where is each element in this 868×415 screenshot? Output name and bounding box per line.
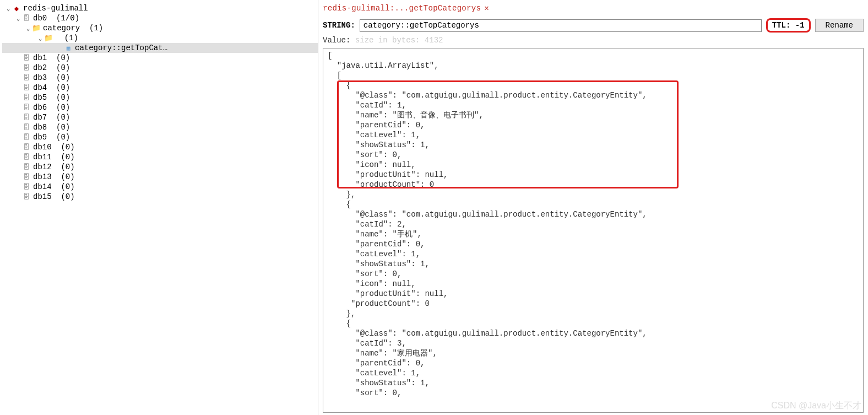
tree-label: db9 xyxy=(33,133,47,142)
tree-count: (0) xyxy=(56,83,70,92)
redis-icon: ◆ xyxy=(12,4,21,13)
database-icon: 🗄 xyxy=(22,173,31,181)
database-icon: 🗄 xyxy=(22,163,31,171)
tree-node-db[interactable]: 🗄db3 (0) xyxy=(2,73,318,83)
tree-label: db12 xyxy=(33,163,52,171)
database-icon: 🗄 xyxy=(22,103,31,112)
database-icon: 🗄 xyxy=(22,14,31,23)
detail-panel: redis-gulimall:...getTopCategorys ✕ STRI… xyxy=(318,0,868,415)
tree-label: db5 xyxy=(33,93,47,102)
database-icon: 🗄 xyxy=(22,73,31,82)
tree-node-db[interactable]: 🗄db6 (0) xyxy=(2,103,318,112)
tree-node-db[interactable]: 🗄db4 (0) xyxy=(2,83,318,93)
tree-count: (1/0) xyxy=(56,14,79,23)
tree-count: (0) xyxy=(56,93,70,102)
database-icon: 🗄 xyxy=(22,83,31,92)
folder-icon: 📁 xyxy=(32,24,41,33)
key-meta-row: STRING: TTL: -1 Rename xyxy=(318,15,868,34)
database-icon: 🗄 xyxy=(22,113,31,122)
tree-node-db[interactable]: 🗄db13 (0) xyxy=(2,172,318,182)
tree-label: category xyxy=(43,24,80,33)
tree-count: (0) xyxy=(56,133,70,142)
tree-node-connection[interactable]: ⌄ ◆ redis-gulimall xyxy=(2,3,318,13)
tree-node-db[interactable]: 🗄db1 (0) xyxy=(2,53,318,63)
tree-node-db[interactable]: 🗄db8 (0) xyxy=(2,122,318,132)
tree-label: db0 xyxy=(33,14,47,23)
tree-count: (0) xyxy=(56,63,70,72)
watermark: CSDN @Java小生不才 xyxy=(771,400,861,412)
key-name-input[interactable] xyxy=(360,19,762,32)
tree-label: db13 xyxy=(33,173,52,181)
key-icon: ▦ xyxy=(64,44,73,52)
database-icon: 🗄 xyxy=(22,192,31,201)
value-viewer[interactable]: [ "java.util.ArrayList", [ { "@class": "… xyxy=(323,48,864,413)
tree-node-db[interactable]: 🗄db9 (0) xyxy=(2,132,318,142)
tree-count: (0) xyxy=(56,113,70,122)
tree-label: db3 xyxy=(33,73,47,82)
database-icon: 🗄 xyxy=(22,123,31,132)
tree-count: (0) xyxy=(61,182,74,191)
tree-node-subfolder[interactable]: ⌄ 📁 (1) xyxy=(2,33,318,43)
tree-count: (0) xyxy=(61,163,74,171)
tree-node-db[interactable]: 🗄db5 (0) xyxy=(2,93,318,103)
database-icon: 🗄 xyxy=(22,93,31,102)
database-icon: 🗄 xyxy=(22,133,31,142)
tree-node-db[interactable]: 🗄db10 (0) xyxy=(2,142,318,152)
tree-label: db15 xyxy=(33,192,52,201)
close-icon[interactable]: ✕ xyxy=(484,3,489,13)
tree-count: (0) xyxy=(56,73,70,82)
tree-count: (1) xyxy=(89,24,103,33)
tab-bar: redis-gulimall:...getTopCategorys ✕ xyxy=(318,0,868,15)
tree-label: db7 xyxy=(33,113,47,122)
tree-label: db4 xyxy=(33,83,47,92)
chevron-down-icon: ⌄ xyxy=(4,5,12,12)
tree-label: db11 xyxy=(33,153,52,161)
database-icon: 🗄 xyxy=(22,182,31,191)
tree-count: (0) xyxy=(61,143,74,152)
type-label: STRING: xyxy=(323,21,355,30)
tree-panel: ⌄ ◆ redis-gulimall ⌄ 🗄 db0 (1/0) ⌄ 📁 cat… xyxy=(0,0,318,415)
tree-count: (0) xyxy=(56,53,70,62)
chevron-down-icon: ⌄ xyxy=(24,25,32,32)
tree-node-db[interactable]: 🗄db15 (0) xyxy=(2,192,318,202)
tree-count: (0) xyxy=(61,192,74,201)
tree-label: db2 xyxy=(33,63,47,72)
folder-icon: 📁 xyxy=(44,34,53,42)
tree-node-db[interactable]: 🗄db11 (0) xyxy=(2,152,318,162)
tree-node-db[interactable]: 🗄db7 (0) xyxy=(2,112,318,122)
tree-label: db10 xyxy=(33,143,52,152)
tree-count: (0) xyxy=(56,103,70,112)
tree-node-db[interactable]: 🗄db2 (0) xyxy=(2,63,318,73)
tree-node-db[interactable]: 🗄db14 (0) xyxy=(2,182,318,192)
tree-label: db14 xyxy=(33,182,52,191)
tree-node-key[interactable]: ▦ category::getTopCat… xyxy=(2,43,318,53)
tree-label: db6 xyxy=(33,103,47,112)
value-label: Value: xyxy=(323,36,350,45)
tree-label: db8 xyxy=(33,123,47,132)
value-size-line: Value: size in bytes: 4132 xyxy=(318,34,868,48)
tree-count: (0) xyxy=(56,123,70,132)
tree-label: category::getTopCat… xyxy=(75,44,167,52)
tree-label: (1) xyxy=(64,34,78,42)
ttl-display[interactable]: TTL: -1 xyxy=(766,18,811,33)
tree-label: db1 xyxy=(33,53,47,62)
value-text: [ "java.util.ArrayList", [ { "@class": "… xyxy=(328,51,647,397)
chevron-down-icon: ⌄ xyxy=(14,15,22,22)
rename-button[interactable]: Rename xyxy=(815,19,864,32)
database-icon: 🗄 xyxy=(22,143,31,152)
tree-node-db[interactable]: 🗄db12 (0) xyxy=(2,162,318,172)
tab-title[interactable]: redis-gulimall:...getTopCategorys xyxy=(323,4,481,13)
database-icon: 🗄 xyxy=(22,53,31,62)
tree-count: (0) xyxy=(61,173,74,181)
tree-node-category[interactable]: ⌄ 📁 category (1) xyxy=(2,23,318,33)
tree-label: redis-gulimall xyxy=(23,4,88,13)
chevron-down-icon: ⌄ xyxy=(36,35,44,42)
database-icon: 🗄 xyxy=(22,153,31,161)
database-icon: 🗄 xyxy=(22,63,31,72)
size-label: size in bytes: 4132 xyxy=(355,36,443,45)
tree-node-db0[interactable]: ⌄ 🗄 db0 (1/0) xyxy=(2,13,318,23)
tree-count: (0) xyxy=(61,153,74,161)
